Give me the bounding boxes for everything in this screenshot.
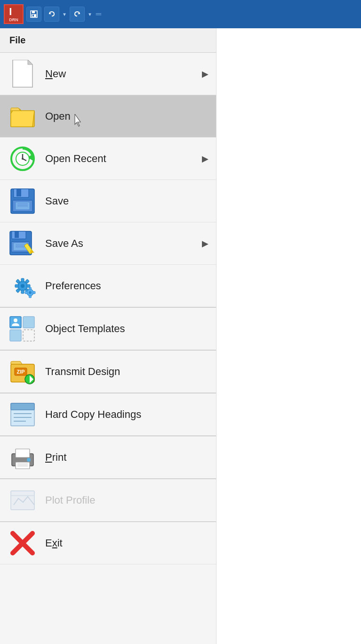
svg-rect-43 <box>29 287 32 290</box>
svg-marker-7 <box>28 60 32 65</box>
svg-point-14 <box>22 158 24 160</box>
save-label: Save <box>45 195 209 207</box>
svg-rect-63 <box>16 449 30 457</box>
svg-rect-51 <box>23 330 34 341</box>
svg-point-65 <box>27 458 31 462</box>
svg-text:ZIP: ZIP <box>16 369 24 375</box>
svg-rect-45 <box>25 291 27 293</box>
svg-rect-46 <box>33 291 35 293</box>
cursor-icon <box>73 114 83 127</box>
hard-copy-headings-label: Hard Copy Headings <box>45 408 209 421</box>
transmit-design-label: Transmit Design <box>45 366 209 378</box>
save-button[interactable] <box>26 7 41 22</box>
exit-label: Exit <box>45 537 209 549</box>
preferences-icon <box>8 271 38 301</box>
save-icon <box>8 186 38 216</box>
svg-rect-36 <box>27 285 30 287</box>
object-templates-icon <box>8 314 38 344</box>
svg-rect-17 <box>16 189 21 196</box>
save-as-icon <box>8 228 38 259</box>
redo-dropdown[interactable]: ▼ <box>88 12 92 17</box>
open-recent-label: Open Recent <box>45 153 202 165</box>
undo-button[interactable] <box>44 7 59 22</box>
file-menu-area: File New ▶ <box>0 28 361 644</box>
svg-rect-1 <box>32 11 35 13</box>
menu-item-save-as[interactable]: Save As ▶ <box>0 222 216 265</box>
svg-rect-49 <box>10 330 21 341</box>
menu-item-preferences[interactable]: Preferences <box>0 265 216 307</box>
plot-profile-label: Plot Profile <box>45 494 209 506</box>
svg-rect-58 <box>11 403 34 410</box>
menu-item-object-templates[interactable]: Object Templates <box>0 308 216 350</box>
right-panel <box>217 28 361 644</box>
redo-button[interactable] <box>70 7 85 22</box>
menu-item-hard-copy-headings[interactable]: Hard Copy Headings <box>0 393 216 436</box>
svg-rect-34 <box>21 290 24 293</box>
svg-rect-35 <box>15 285 18 287</box>
preferences-label: Preferences <box>45 280 209 292</box>
menu-item-open-recent[interactable]: Open Recent ▶ <box>0 138 216 180</box>
open-icon <box>8 101 38 131</box>
svg-point-50 <box>14 318 17 322</box>
transmit-design-icon: ZIP <box>8 357 38 387</box>
menu-item-save[interactable]: Save <box>0 180 216 222</box>
object-templates-label: Object Templates <box>45 323 209 335</box>
print-icon <box>8 442 38 473</box>
menu-item-exit[interactable]: Exit <box>0 522 216 564</box>
plot-profile-icon <box>8 485 38 515</box>
app-icon: I DRN <box>4 4 24 24</box>
save-as-arrow: ▶ <box>202 238 209 249</box>
svg-rect-33 <box>21 278 24 282</box>
new-label: New <box>45 68 202 80</box>
svg-point-32 <box>21 284 24 288</box>
save-as-label: Save As <box>45 237 202 250</box>
svg-rect-64 <box>16 462 30 469</box>
menu-item-print[interactable]: Print <box>0 436 216 479</box>
open-recent-arrow: ▶ <box>202 154 209 164</box>
open-recent-icon <box>8 144 38 174</box>
new-arrow: ▶ <box>202 69 209 79</box>
file-panel: File New ▶ <box>0 28 217 644</box>
svg-rect-24 <box>15 231 19 238</box>
new-icon <box>8 59 38 89</box>
svg-rect-3 <box>32 15 34 16</box>
menu-item-open[interactable]: Open <box>0 95 216 138</box>
title-bar: I DRN ▼ ▼ ═ <box>0 0 361 28</box>
menu-item-transmit-design[interactable]: ZIP Transmit Design <box>0 351 216 393</box>
separator: ═ <box>96 10 101 18</box>
svg-rect-44 <box>29 295 32 298</box>
file-menu-header: File <box>0 28 216 53</box>
open-label: Open <box>45 110 209 122</box>
svg-point-42 <box>29 291 32 294</box>
exit-icon <box>8 528 38 558</box>
print-label: Print <box>45 451 209 464</box>
svg-marker-8 <box>75 114 80 126</box>
menu-item-new[interactable]: New ▶ <box>0 53 216 95</box>
svg-rect-48 <box>23 317 34 328</box>
undo-dropdown[interactable]: ▼ <box>62 12 67 17</box>
hard-copy-headings-icon <box>8 399 38 430</box>
menu-item-plot-profile: Plot Profile <box>0 479 216 522</box>
